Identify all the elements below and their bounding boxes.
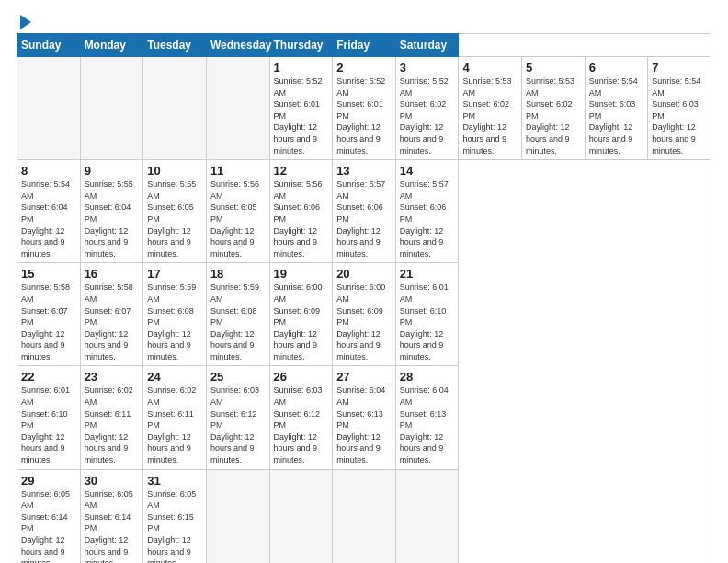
calendar-cell: 31Sunrise: 6:05 AMSunset: 6:15 PMDayligh… bbox=[143, 469, 207, 563]
day-number: 5 bbox=[526, 61, 581, 75]
day-number: 26 bbox=[274, 370, 329, 384]
day-number: 17 bbox=[147, 267, 202, 281]
day-info: Sunrise: 5:58 AMSunset: 6:07 PMDaylight:… bbox=[85, 282, 140, 362]
day-info: Sunrise: 6:01 AMSunset: 6:10 PMDaylight:… bbox=[21, 385, 76, 465]
calendar-cell: 19Sunrise: 6:00 AMSunset: 6:09 PMDayligh… bbox=[269, 263, 333, 366]
calendar-cell: 21Sunrise: 6:01 AMSunset: 6:10 PMDayligh… bbox=[395, 263, 459, 366]
calendar-cell bbox=[80, 57, 143, 160]
day-number: 29 bbox=[21, 474, 76, 488]
day-number: 6 bbox=[589, 61, 644, 75]
calendar-cell: 3Sunrise: 5:52 AMSunset: 6:02 PMDaylight… bbox=[395, 57, 459, 160]
day-info: Sunrise: 5:54 AMSunset: 6:04 PMDaylight:… bbox=[21, 178, 76, 259]
page: SundayMondayTuesdayWednesdayThursdayFrid… bbox=[0, 0, 728, 563]
calendar-cell: 5Sunrise: 5:53 AMSunset: 6:02 PMDaylight… bbox=[522, 57, 586, 160]
calendar-cell: 24Sunrise: 6:02 AMSunset: 6:11 PMDayligh… bbox=[143, 366, 207, 469]
day-number: 1 bbox=[274, 61, 329, 75]
calendar-cell bbox=[395, 469, 459, 563]
logo bbox=[17, 17, 31, 24]
calendar-cell: 2Sunrise: 5:52 AMSunset: 6:01 PMDaylight… bbox=[333, 57, 396, 160]
day-info: Sunrise: 5:52 AMSunset: 6:01 PMDaylight:… bbox=[336, 75, 392, 156]
day-info: Sunrise: 6:00 AMSunset: 6:09 PMDaylight:… bbox=[336, 282, 392, 362]
calendar-cell: 25Sunrise: 6:03 AMSunset: 6:12 PMDayligh… bbox=[206, 366, 269, 469]
day-info: Sunrise: 6:01 AMSunset: 6:10 PMDaylight:… bbox=[400, 282, 455, 362]
day-number: 21 bbox=[400, 267, 455, 281]
day-info: Sunrise: 5:56 AMSunset: 6:05 PMDaylight:… bbox=[210, 178, 266, 259]
calendar-cell bbox=[269, 469, 333, 563]
day-info: Sunrise: 6:04 AMSunset: 6:13 PMDaylight:… bbox=[400, 385, 455, 465]
col-header-tuesday: Tuesday bbox=[143, 34, 207, 57]
day-number: 31 bbox=[147, 474, 202, 488]
calendar-cell: 15Sunrise: 5:58 AMSunset: 6:07 PMDayligh… bbox=[17, 263, 81, 366]
day-number: 22 bbox=[21, 370, 76, 384]
calendar-cell: 11Sunrise: 5:56 AMSunset: 6:05 PMDayligh… bbox=[206, 160, 269, 263]
calendar-cell: 8Sunrise: 5:54 AMSunset: 6:04 PMDaylight… bbox=[17, 160, 81, 263]
day-number: 20 bbox=[336, 267, 392, 281]
calendar-cell: 29Sunrise: 6:05 AMSunset: 6:14 PMDayligh… bbox=[17, 469, 81, 563]
col-header-saturday: Saturday bbox=[395, 34, 459, 57]
day-number: 7 bbox=[652, 61, 707, 75]
day-info: Sunrise: 5:52 AMSunset: 6:02 PMDaylight:… bbox=[400, 75, 455, 156]
calendar-cell: 10Sunrise: 5:55 AMSunset: 6:05 PMDayligh… bbox=[143, 160, 207, 263]
day-info: Sunrise: 6:05 AMSunset: 6:14 PMDaylight:… bbox=[21, 488, 76, 563]
day-info: Sunrise: 6:02 AMSunset: 6:11 PMDaylight:… bbox=[147, 385, 202, 465]
day-info: Sunrise: 5:55 AMSunset: 6:05 PMDaylight:… bbox=[147, 178, 202, 259]
calendar-cell: 16Sunrise: 5:58 AMSunset: 6:07 PMDayligh… bbox=[80, 263, 143, 366]
calendar-cell: 30Sunrise: 6:05 AMSunset: 6:14 PMDayligh… bbox=[80, 469, 143, 563]
day-number: 19 bbox=[274, 267, 329, 281]
day-info: Sunrise: 6:02 AMSunset: 6:11 PMDaylight:… bbox=[85, 385, 140, 465]
day-info: Sunrise: 5:54 AMSunset: 6:03 PMDaylight:… bbox=[652, 75, 707, 156]
calendar-cell: 27Sunrise: 6:04 AMSunset: 6:13 PMDayligh… bbox=[333, 366, 396, 469]
day-number: 25 bbox=[210, 370, 266, 384]
day-number: 10 bbox=[147, 164, 202, 178]
calendar-cell: 18Sunrise: 5:59 AMSunset: 6:08 PMDayligh… bbox=[206, 263, 269, 366]
calendar-cell: 23Sunrise: 6:02 AMSunset: 6:11 PMDayligh… bbox=[80, 366, 143, 469]
day-number: 27 bbox=[336, 370, 392, 384]
calendar-cell: 7Sunrise: 5:54 AMSunset: 6:03 PMDaylight… bbox=[648, 57, 711, 160]
calendar-cell: 28Sunrise: 6:04 AMSunset: 6:13 PMDayligh… bbox=[395, 366, 459, 469]
col-header-monday: Monday bbox=[80, 34, 143, 57]
calendar-cell bbox=[333, 469, 396, 563]
day-number: 8 bbox=[21, 164, 76, 178]
day-number: 14 bbox=[400, 164, 455, 178]
day-info: Sunrise: 6:03 AMSunset: 6:12 PMDaylight:… bbox=[210, 385, 266, 465]
day-info: Sunrise: 5:58 AMSunset: 6:07 PMDaylight:… bbox=[21, 282, 76, 362]
day-number: 13 bbox=[336, 164, 392, 178]
day-info: Sunrise: 6:00 AMSunset: 6:09 PMDaylight:… bbox=[274, 282, 329, 362]
col-header-wednesday: Wednesday bbox=[206, 34, 269, 57]
day-info: Sunrise: 6:05 AMSunset: 6:15 PMDaylight:… bbox=[147, 488, 202, 563]
day-info: Sunrise: 6:03 AMSunset: 6:12 PMDaylight:… bbox=[274, 385, 329, 465]
calendar-cell: 22Sunrise: 6:01 AMSunset: 6:10 PMDayligh… bbox=[17, 366, 81, 469]
logo-arrow-icon bbox=[20, 15, 31, 29]
day-info: Sunrise: 5:57 AMSunset: 6:06 PMDaylight:… bbox=[336, 178, 392, 259]
day-info: Sunrise: 5:59 AMSunset: 6:08 PMDaylight:… bbox=[147, 282, 202, 362]
calendar-table: SundayMondayTuesdayWednesdayThursdayFrid… bbox=[17, 33, 711, 563]
day-info: Sunrise: 5:53 AMSunset: 6:02 PMDaylight:… bbox=[462, 75, 518, 156]
day-number: 16 bbox=[85, 267, 140, 281]
day-info: Sunrise: 6:04 AMSunset: 6:13 PMDaylight:… bbox=[336, 385, 392, 465]
day-info: Sunrise: 6:05 AMSunset: 6:14 PMDaylight:… bbox=[85, 488, 140, 563]
day-number: 3 bbox=[400, 61, 455, 75]
col-header-sunday: Sunday bbox=[17, 34, 81, 57]
day-number: 18 bbox=[210, 267, 266, 281]
day-number: 30 bbox=[85, 474, 140, 488]
day-number: 4 bbox=[462, 61, 518, 75]
day-number: 9 bbox=[85, 164, 140, 178]
calendar-cell: 20Sunrise: 6:00 AMSunset: 6:09 PMDayligh… bbox=[333, 263, 396, 366]
day-info: Sunrise: 5:57 AMSunset: 6:06 PMDaylight:… bbox=[400, 178, 455, 259]
col-header-thursday: Thursday bbox=[269, 34, 333, 57]
calendar-cell bbox=[143, 57, 207, 160]
day-info: Sunrise: 5:53 AMSunset: 6:02 PMDaylight:… bbox=[526, 75, 581, 156]
day-number: 24 bbox=[147, 370, 202, 384]
header bbox=[17, 17, 711, 24]
day-number: 2 bbox=[336, 61, 392, 75]
day-info: Sunrise: 5:59 AMSunset: 6:08 PMDaylight:… bbox=[210, 282, 266, 362]
calendar-cell: 14Sunrise: 5:57 AMSunset: 6:06 PMDayligh… bbox=[395, 160, 459, 263]
calendar-cell: 12Sunrise: 5:56 AMSunset: 6:06 PMDayligh… bbox=[269, 160, 333, 263]
day-number: 11 bbox=[210, 164, 266, 178]
day-number: 12 bbox=[274, 164, 329, 178]
calendar-cell: 4Sunrise: 5:53 AMSunset: 6:02 PMDaylight… bbox=[459, 57, 522, 160]
calendar-cell bbox=[206, 469, 269, 563]
calendar-cell: 6Sunrise: 5:54 AMSunset: 6:03 PMDaylight… bbox=[585, 57, 648, 160]
day-info: Sunrise: 5:54 AMSunset: 6:03 PMDaylight:… bbox=[589, 75, 644, 156]
day-info: Sunrise: 5:56 AMSunset: 6:06 PMDaylight:… bbox=[274, 178, 329, 259]
